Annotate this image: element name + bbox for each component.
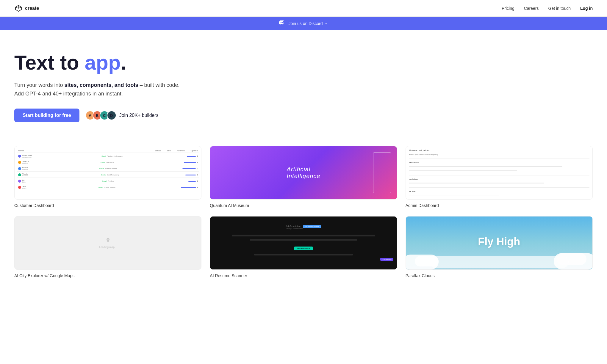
avatar-4: D	[107, 111, 116, 120]
avatars: A B C D	[85, 111, 116, 120]
location-icon	[105, 237, 111, 243]
svg-point-0	[107, 239, 108, 240]
discord-banner-text: Join us on Discord →	[288, 21, 328, 26]
cta-button[interactable]: Start building for free	[14, 109, 79, 122]
builders-info: A B C D Join 20K+ builders	[85, 111, 159, 120]
nav-get-in-touch[interactable]: Get in touch	[548, 6, 571, 11]
card-admin-dashboard[interactable]: Welcome back, Admin Here's a quick overv…	[406, 146, 593, 208]
card-label-admin-dashboard: Admin Dashboard	[406, 203, 593, 208]
table-row: Bidbid... Growth T & Scan $	[17, 178, 199, 184]
card-parallax-clouds[interactable]: Fly High Parallax Clouds	[406, 216, 593, 278]
hero-subtitle-bold: sites, components, and tools	[64, 82, 138, 88]
logo-text: create	[25, 6, 39, 11]
thumb-admin-dashboard: Welcome back, Admin Here's a quick overv…	[406, 146, 593, 200]
card-label-quantum-ai: Quantum AI Museum	[210, 203, 397, 208]
card-label-ai-city: AI City Explorer w/ Google Maps	[14, 273, 201, 278]
hero-subtitle: Turn your words into sites, components, …	[14, 81, 254, 98]
card-label-ai-resume: AI Resume Scanner	[210, 273, 397, 278]
table-row: Bluerockbluerock... Growth Software Plat…	[17, 166, 199, 172]
logo[interactable]: create	[14, 4, 39, 12]
navbar-links: Pricing Careers Get in touch Log in	[502, 6, 593, 11]
hero-subtitle-plain1: Turn your words into	[14, 82, 64, 88]
nav-careers[interactable]: Careers	[524, 6, 539, 11]
gallery-section: NameStatusInfoAmountUpdate Company XYZco…	[0, 134, 607, 302]
discord-banner[interactable]: Join us on Discord →	[0, 17, 607, 30]
table-row: Company XYZcompany.xyz... Growth Waiting…	[17, 153, 199, 159]
card-label-customer-dashboard: Customer Dashboard	[14, 203, 201, 208]
thumb-parallax-clouds: Fly High	[406, 216, 593, 270]
hero-title-start: Text to	[14, 51, 85, 74]
navbar: create Pricing Careers Get in touch Log …	[0, 0, 607, 17]
hero-cta: Start building for free A B C D Join 20K…	[14, 109, 254, 122]
card-customer-dashboard[interactable]: NameStatusInfoAmountUpdate Company XYZco…	[14, 146, 201, 208]
hero-title: Text to app.	[14, 51, 254, 74]
hero-subtitle-plain2: – built with code.	[138, 82, 179, 88]
hero-title-accent: app	[85, 51, 121, 74]
card-ai-city[interactable]: Loading map... AI City Explorer w/ Googl…	[14, 216, 201, 278]
hero-subtitle-line2: Add GPT-4 and 40+ integrations in an ins…	[14, 91, 123, 97]
table-row: Tringo Ltdtringo.io Growth Search & M...…	[17, 160, 199, 165]
thumb-ai-city: Loading map...	[14, 216, 201, 270]
card-quantum-ai[interactable]: ArtificialIntelligence Quantum AI Museum	[210, 146, 397, 208]
nav-login[interactable]: Log in	[580, 6, 593, 11]
gallery-grid: NameStatusInfoAmountUpdate Company XYZco…	[14, 146, 593, 278]
hero-title-end: .	[121, 51, 126, 74]
hero-section: Text to app. Turn your words into sites,…	[0, 30, 268, 134]
thumb-ai-resume: Job Description Paste job description fi…	[210, 216, 397, 270]
card-ai-resume[interactable]: Job Description Paste job description fi…	[210, 216, 397, 278]
discord-icon	[279, 20, 285, 26]
card-label-parallax-clouds: Parallax Clouds	[406, 273, 593, 278]
thumb-customer-dashboard: NameStatusInfoAmountUpdate Company XYZco…	[14, 146, 201, 200]
thumb-quantum-ai: ArtificialIntelligence	[210, 146, 397, 200]
city-loading-text: Loading map...	[99, 246, 117, 249]
table-row: Theodoritheodori... Growth Social Networ…	[17, 172, 199, 178]
table-row: Teslatesla... Growth Electric Vehicles $	[17, 185, 199, 190]
clouds-title: Fly High	[478, 236, 520, 248]
nav-pricing[interactable]: Pricing	[502, 6, 514, 11]
logo-icon	[14, 4, 23, 12]
builders-label: Join 20K+ builders	[119, 113, 159, 118]
